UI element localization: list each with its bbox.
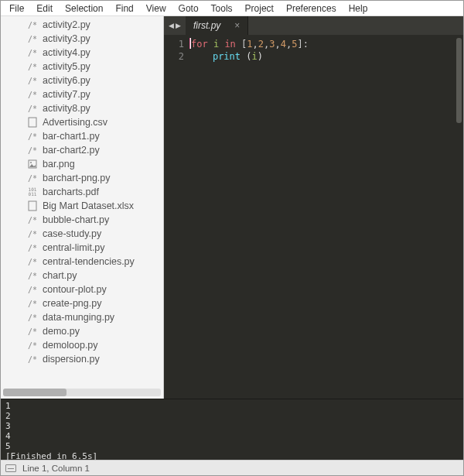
file-item[interactable]: /*barchart-png.py xyxy=(1,171,163,185)
code-icon: /* xyxy=(27,61,38,72)
code-line-1[interactable]: for i in [1,2,3,4,5]: xyxy=(190,38,463,50)
file-item[interactable]: /*central-tendencies.py xyxy=(1,255,163,269)
code-icon: /* xyxy=(27,312,38,323)
file-item[interactable]: 101011barcharts.pdf xyxy=(1,185,163,199)
menu-file[interactable]: File xyxy=(4,2,29,14)
file-name: barcharts.pdf xyxy=(43,187,99,197)
file-name: Big Mart Dataset.xlsx xyxy=(43,200,134,211)
svg-point-2 xyxy=(30,162,32,163)
file-item[interactable]: /*activity4.py xyxy=(1,46,163,60)
menu-selection[interactable]: Selection xyxy=(60,2,108,14)
file-item[interactable]: /*data-munging.py xyxy=(1,310,163,324)
file-item[interactable]: /*activity2.py xyxy=(1,18,163,32)
code-icon: /* xyxy=(27,75,38,86)
file-name: bar-chart1.py xyxy=(43,131,100,142)
gutter: 1 2 xyxy=(164,38,190,399)
file-item[interactable]: /*chart.py xyxy=(1,269,163,283)
menu-edit[interactable]: Edit xyxy=(31,2,58,14)
menu-tools[interactable]: Tools xyxy=(206,2,238,14)
tab-nav: ◀ ▶ xyxy=(164,16,186,35)
code-icon: /* xyxy=(27,145,38,156)
file-item[interactable]: Advertising.csv xyxy=(1,115,163,129)
file-item[interactable]: /*demo.py xyxy=(1,324,163,338)
file-name: bubble-chart.py xyxy=(43,214,109,225)
tab-prev-icon[interactable]: ◀ xyxy=(169,22,174,29)
file-name: bar-chart2.py xyxy=(43,145,100,156)
code-icon: /* xyxy=(27,131,38,142)
code-icon: /* xyxy=(27,173,38,183)
svg-rect-0 xyxy=(29,118,36,127)
code-editor[interactable]: 1 2 for i in [1,2,3,4,5]: print (i) xyxy=(164,35,463,399)
file-item[interactable]: /*bubble-chart.py xyxy=(1,213,163,227)
code-content[interactable]: for i in [1,2,3,4,5]: print (i) xyxy=(190,38,463,399)
file-item[interactable]: /*activity6.py xyxy=(1,74,163,87)
status-bar: Line 1, Column 1 xyxy=(1,460,463,475)
file-item[interactable]: /*dispersion.py xyxy=(1,352,163,366)
panel-icon[interactable] xyxy=(5,464,16,472)
file-item[interactable]: /*bar-chart2.py xyxy=(1,143,163,157)
file-name: activity3.py xyxy=(43,33,90,44)
code-icon: /* xyxy=(27,326,38,337)
menu-find[interactable]: Find xyxy=(110,2,138,14)
cursor-position: Line 1, Column 1 xyxy=(22,464,90,473)
svg-rect-3 xyxy=(29,201,36,211)
code-icon: /* xyxy=(27,298,38,309)
file-name: activity6.py xyxy=(43,75,90,86)
editor-area: ◀ ▶ first.py × 1 2 for i in [1,2,3,4,5]:… xyxy=(164,16,463,399)
code-icon: /* xyxy=(27,256,38,267)
sidebar: /*activity2.py/*activity3.py/*activity4.… xyxy=(1,16,164,399)
close-icon[interactable]: × xyxy=(234,20,240,31)
file-name: activity7.py xyxy=(43,89,90,100)
line-number: 1 xyxy=(164,38,184,50)
menu-preferences[interactable]: Preferences xyxy=(281,2,342,14)
file-item[interactable]: /*activity5.py xyxy=(1,60,163,74)
code-icon: /* xyxy=(27,228,38,239)
file-name: activity8.py xyxy=(43,103,90,114)
menu-help[interactable]: Help xyxy=(343,2,374,14)
editor-vscroll-thumb[interactable] xyxy=(456,38,462,123)
file-name: data-munging.py xyxy=(43,312,114,323)
editor-vscroll[interactable] xyxy=(455,35,463,399)
file-list[interactable]: /*activity2.py/*activity3.py/*activity4.… xyxy=(1,16,163,386)
file-name: central-limit.py xyxy=(43,242,105,253)
file-name: Advertising.csv xyxy=(43,117,107,128)
file-item[interactable]: /*activity8.py xyxy=(1,101,163,115)
tab-first-py[interactable]: first.py × xyxy=(186,16,248,35)
file-item[interactable]: /*case-study.py xyxy=(1,227,163,241)
file-name: demoloop.py xyxy=(43,340,98,351)
output-console[interactable]: 1 2 3 4 5 [Finished in 6.5s] xyxy=(1,399,463,460)
file-item[interactable]: /*activity3.py xyxy=(1,32,163,46)
code-icon: /* xyxy=(27,284,38,295)
file-name: contour-plot.py xyxy=(43,284,107,295)
menu-view[interactable]: View xyxy=(141,2,172,14)
code-icon: /* xyxy=(27,33,38,44)
file-item[interactable]: /*bar-chart1.py xyxy=(1,129,163,143)
file-name: activity5.py xyxy=(43,61,90,72)
tab-next-icon[interactable]: ▶ xyxy=(176,22,181,29)
file-item[interactable]: bar.png xyxy=(1,157,163,171)
file-item[interactable]: /*create-png.py xyxy=(1,296,163,310)
file-name: barchart-png.py xyxy=(43,173,111,183)
doc-icon xyxy=(27,117,38,128)
menu-goto[interactable]: Goto xyxy=(173,2,204,14)
file-item[interactable]: /*demoloop.py xyxy=(1,338,163,352)
menu-bar: FileEditSelectionFindViewGotoToolsProjec… xyxy=(1,1,463,16)
file-item[interactable]: Big Mart Dataset.xlsx xyxy=(1,199,163,213)
img-icon xyxy=(27,159,38,170)
code-icon: /* xyxy=(27,354,38,365)
doc-icon xyxy=(27,200,38,211)
code-icon: /* xyxy=(27,270,38,281)
bin-icon: 101011 xyxy=(27,187,38,197)
code-line-2[interactable]: print (i) xyxy=(190,50,463,63)
file-name: case-study.py xyxy=(43,228,101,239)
file-name: create-png.py xyxy=(43,298,101,309)
file-name: central-tendencies.py xyxy=(43,256,135,267)
file-name: demo.py xyxy=(43,326,80,337)
file-item[interactable]: /*contour-plot.py xyxy=(1,283,163,296)
sidebar-hscroll[interactable] xyxy=(3,389,161,396)
file-item[interactable]: /*central-limit.py xyxy=(1,241,163,255)
code-icon: /* xyxy=(27,19,38,30)
menu-project[interactable]: Project xyxy=(240,2,279,14)
sidebar-hscroll-thumb[interactable] xyxy=(3,389,67,396)
file-item[interactable]: /*activity7.py xyxy=(1,87,163,101)
